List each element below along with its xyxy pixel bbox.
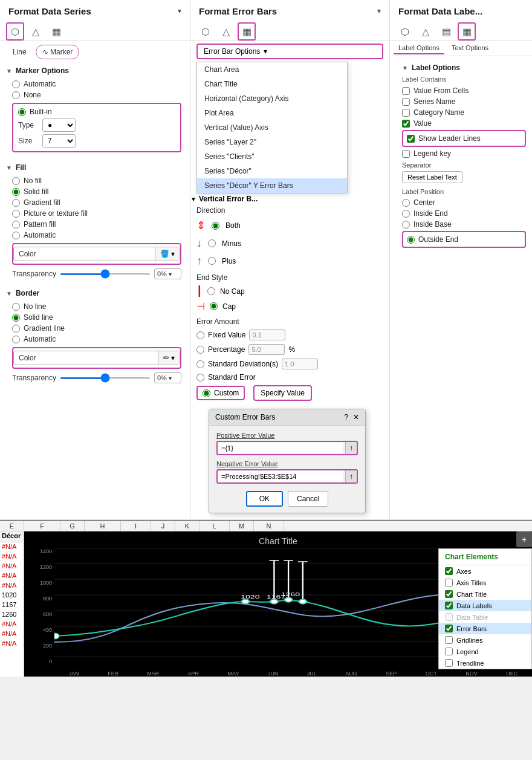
radio-automatic[interactable]: Automatic <box>12 79 181 89</box>
border-transparency-slider[interactable] <box>60 377 151 379</box>
radio-gradient-line-input[interactable] <box>12 325 20 333</box>
mid-tab-icon1[interactable]: ⬡ <box>196 22 215 41</box>
ce-gridlines-check[interactable] <box>445 636 453 644</box>
radio-no-fill[interactable]: No fill <box>12 175 181 186</box>
erramt-stderr[interactable] <box>196 374 204 382</box>
radio-inside-end[interactable]: Inside End <box>402 208 526 219</box>
dir-plus[interactable] <box>208 257 216 265</box>
menu-series-layer2[interactable]: Series "Layer 2" <box>197 135 347 149</box>
left-panel-chevron[interactable]: ▾ <box>178 7 181 15</box>
dir-minus[interactable] <box>208 239 216 247</box>
cb-show-leader-lines-input[interactable] <box>407 135 415 143</box>
radio-pattern-fill-input[interactable] <box>12 221 20 229</box>
dialog-close-btn[interactable]: ✕ <box>353 413 359 421</box>
radio-picture-fill[interactable]: Picture or texture fill <box>12 208 181 219</box>
size-select[interactable]: 7 <box>42 134 76 148</box>
erramt-custom[interactable] <box>203 389 210 397</box>
right-tab-icon1[interactable]: ⬡ <box>396 22 414 41</box>
menu-plot-area[interactable]: Plot Area <box>197 106 347 120</box>
cb-value-from-cells-input[interactable] <box>402 87 410 95</box>
marker-options-toggle[interactable]: ▼ Marker Options <box>0 63 190 77</box>
radio-outside-end[interactable]: Outside End <box>407 234 521 245</box>
middle-panel-chevron[interactable]: ▾ <box>377 7 381 15</box>
border-toggle[interactable]: ▼ Border <box>0 285 190 300</box>
menu-vert-axis[interactable]: Vertical (Value) Axis <box>197 120 347 135</box>
cb-value-from-cells[interactable]: Value From Cells <box>402 85 526 96</box>
ce-data-labels-check[interactable] <box>445 602 453 609</box>
left-tab-border-icon[interactable]: △ <box>27 22 45 41</box>
radio-automatic-border[interactable]: Automatic <box>12 334 181 345</box>
radio-center[interactable]: Center <box>402 197 526 208</box>
stddev-input[interactable] <box>282 359 318 369</box>
negative-error-input[interactable] <box>218 471 343 482</box>
radio-picture-fill-input[interactable] <box>12 210 20 218</box>
radio-no-line-input[interactable] <box>12 303 20 311</box>
dialog-ok-btn[interactable]: OK <box>246 491 283 507</box>
radio-solid-line-input[interactable] <box>12 314 20 322</box>
positive-error-picker-btn[interactable]: ↑ <box>345 442 357 454</box>
right-tab-icon4[interactable]: ▦ <box>458 22 476 41</box>
cb-series-name[interactable]: Series Name <box>402 96 526 107</box>
mid-tab-icon2[interactable]: △ <box>217 22 235 41</box>
fill-color-btn[interactable]: 🪣 ▾ <box>155 247 180 261</box>
menu-chart-area[interactable]: Chart Area <box>197 62 347 77</box>
radio-no-fill-input[interactable] <box>12 177 20 185</box>
pct-input[interactable] <box>248 344 285 355</box>
erramt-pct[interactable] <box>196 346 204 354</box>
border-transparency-value[interactable]: 0% ▾ <box>154 372 181 383</box>
radio-solid-line[interactable]: Solid line <box>12 312 181 323</box>
radio-none-input[interactable] <box>12 91 20 99</box>
endstyle-nocap[interactable] <box>207 287 215 295</box>
fill-toggle[interactable]: ▼ Fill <box>0 160 190 174</box>
radio-center-input[interactable] <box>402 199 410 207</box>
radio-automatic-border-input[interactable] <box>12 336 20 343</box>
border-color-btn[interactable]: ✏ ▾ <box>158 351 180 365</box>
cb-value[interactable]: Value <box>402 118 526 129</box>
radio-automatic-fill[interactable]: Automatic <box>12 230 181 241</box>
ce-error-bars-check[interactable] <box>445 625 453 632</box>
right-tab-text-options[interactable]: Text Options <box>447 42 493 54</box>
cb-category-name[interactable]: Category Name <box>402 107 526 118</box>
radio-gradient-line[interactable]: Gradient line <box>12 323 181 334</box>
radio-solid-fill[interactable]: Solid fill <box>12 186 181 197</box>
radio-builtin[interactable]: Built-in <box>18 106 175 117</box>
fill-transparency-slider[interactable] <box>60 273 151 275</box>
chart-add-btn[interactable]: + <box>516 531 532 547</box>
cb-value-input[interactable] <box>402 120 410 128</box>
radio-automatic-fill-input[interactable] <box>12 232 20 239</box>
dir-both[interactable] <box>212 222 219 230</box>
radio-inside-base[interactable]: Inside Base <box>402 219 526 230</box>
error-bar-options-dropdown[interactable]: Error Bar Options ▾ <box>196 44 383 59</box>
erramt-fixed[interactable] <box>196 331 204 339</box>
cb-category-name-input[interactable] <box>402 109 410 117</box>
cb-legend-key-input[interactable] <box>402 150 410 158</box>
radio-none[interactable]: None <box>12 89 181 100</box>
cb-show-leader-lines[interactable]: Show Leader Lines <box>407 133 521 144</box>
label-options-toggle[interactable]: ▼ Label Options <box>396 60 526 74</box>
ce-legend-check[interactable] <box>445 648 453 655</box>
ce-axes-check[interactable] <box>445 567 453 575</box>
mid-tab-icon3[interactable]: ▦ <box>238 22 256 41</box>
cb-series-name-input[interactable] <box>402 98 410 106</box>
endstyle-cap[interactable] <box>210 302 218 310</box>
dialog-cancel-btn[interactable]: Cancel <box>288 491 328 507</box>
reset-label-text-btn[interactable]: Reset Label Text <box>402 171 462 183</box>
radio-automatic-input[interactable] <box>12 80 20 88</box>
radio-inside-base-input[interactable] <box>402 221 410 229</box>
ce-trendline-check[interactable] <box>445 659 453 667</box>
positive-error-input[interactable] <box>218 443 343 453</box>
radio-outside-end-input[interactable] <box>407 236 415 244</box>
left-tab-fill-icon[interactable]: ⬡ <box>6 22 24 41</box>
ce-data-table-check[interactable] <box>445 613 453 621</box>
ce-axis-titles-check[interactable] <box>445 579 453 586</box>
radio-pattern-fill[interactable]: Pattern fill <box>12 219 181 230</box>
menu-series-decor-error[interactable]: Series "Décor" Y Error Bars <box>197 178 347 193</box>
negative-error-picker-btn[interactable]: ↑ <box>345 470 357 482</box>
ce-chart-title-check[interactable] <box>445 590 453 598</box>
fill-transparency-value[interactable]: 0% ▾ <box>154 268 181 279</box>
menu-horiz-axis[interactable]: Horizontal (Category) Axis <box>197 91 347 106</box>
right-tab-icon3[interactable]: ▤ <box>437 22 455 41</box>
radio-gradient-fill[interactable]: Gradient fill <box>12 197 181 208</box>
specify-value-btn[interactable]: Specify Value <box>253 385 312 401</box>
menu-series-decor[interactable]: Series "Décor" <box>197 164 347 178</box>
